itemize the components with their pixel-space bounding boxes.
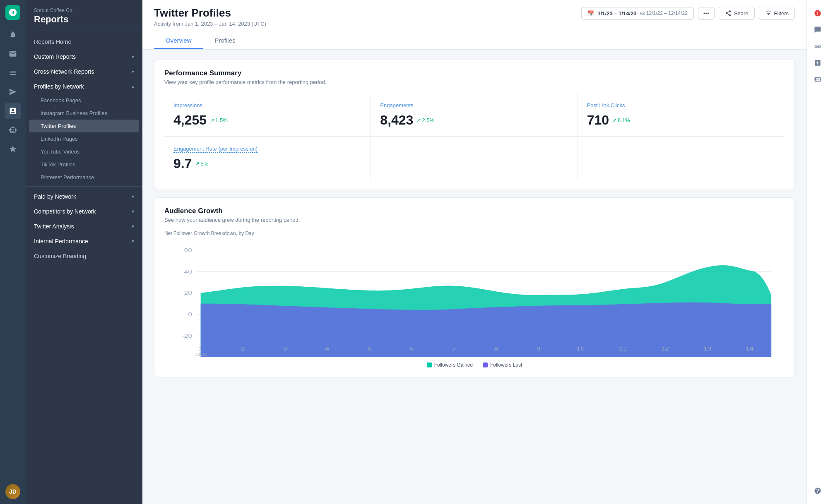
metric-engagements: Engagements 8,423 ↗ 2.5% xyxy=(371,93,578,136)
svg-text:JAN: JAN xyxy=(195,352,207,357)
app-logo xyxy=(5,5,20,20)
metric-post-link-clicks: Post Link Clicks 710 ↗ 6.1% xyxy=(578,93,785,136)
performance-summary-card: Performance Summary View your key profil… xyxy=(154,60,795,189)
svg-text:13: 13 xyxy=(703,346,711,351)
icon-rail: JD xyxy=(0,0,26,504)
post-link-clicks-label[interactable]: Post Link Clicks xyxy=(587,102,625,109)
content-area: Performance Summary View your key profil… xyxy=(142,50,806,504)
share-button[interactable]: Share xyxy=(719,7,755,20)
main-content: Twitter Profiles Activity from Jan 1, 20… xyxy=(142,0,806,504)
alert-icon[interactable] xyxy=(810,6,825,21)
sidebar-item-reports-home[interactable]: Reports Home xyxy=(26,34,142,49)
legend-followers-lost: Followers Lost xyxy=(483,362,522,368)
svg-text:14: 14 xyxy=(746,346,753,351)
competitors-label: Competitors by Network xyxy=(34,208,96,215)
svg-text:9: 9 xyxy=(537,346,541,351)
nav-icon-bell[interactable] xyxy=(5,26,21,43)
sidebar-item-cross-network[interactable]: Cross-Network Reports ▾ xyxy=(26,64,142,79)
performance-summary-subtitle: View your key profile performance metric… xyxy=(164,79,785,85)
chart-svg: 60 40 20 0 -20 1 2 3 4 5 6 7 xyxy=(164,241,785,357)
tabs: Overview Profiles xyxy=(154,33,795,49)
nav-icon-bot[interactable] xyxy=(5,122,21,138)
sidebar-item-internal-performance[interactable]: Internal Performance ▾ xyxy=(26,234,142,249)
sidebar-nav: Reports Home Custom Reports ▾ Cross-Netw… xyxy=(26,31,142,267)
svg-text:7: 7 xyxy=(452,346,456,351)
sidebar-subitem-pinterest-performance[interactable]: Pinterest Performance xyxy=(26,171,142,184)
sidebar-item-twitter-analysis[interactable]: Twitter Analysis ▾ xyxy=(26,219,142,234)
legend-followers-gained: Followers Gained xyxy=(427,362,473,368)
sidebar-subitem-youtube-videos[interactable]: YouTube Videos xyxy=(26,145,142,158)
more-icon: ••• xyxy=(703,10,709,17)
svg-text:12: 12 xyxy=(661,346,669,351)
filters-label: Filters xyxy=(774,10,789,17)
filters-button[interactable]: Filters xyxy=(759,7,795,20)
right-keyboard-icon[interactable] xyxy=(810,72,825,87)
customize-branding-label: Customize Branding xyxy=(34,253,86,259)
custom-reports-label: Custom Reports xyxy=(34,53,76,60)
main-header: Twitter Profiles Activity from Jan 1, 20… xyxy=(142,0,806,50)
engagement-rate-label[interactable]: Engagement Rate (per Impression) xyxy=(173,146,258,153)
svg-text:11: 11 xyxy=(619,346,627,351)
engagements-label[interactable]: Engagements xyxy=(380,102,413,109)
impressions-label[interactable]: Impressions xyxy=(173,102,202,109)
sidebar-subitem-facebook-pages[interactable]: Facebook Pages xyxy=(26,94,142,107)
svg-text:6: 6 xyxy=(410,346,414,351)
date-range-button[interactable]: 📅 1/1/23 – 1/14/23 vs 12/1/22 – 12/14/22 xyxy=(581,7,693,20)
sidebar-subitem-linkedin-pages[interactable]: LinkedIn Pages xyxy=(26,132,142,145)
metric-empty-2 xyxy=(578,137,785,180)
svg-text:8: 8 xyxy=(494,346,498,351)
chevron-down-icon: ▾ xyxy=(132,238,134,244)
sidebar-item-paid-by-network[interactable]: Paid by Network ▾ xyxy=(26,189,142,204)
tab-overview[interactable]: Overview xyxy=(154,33,203,49)
svg-text:1: 1 xyxy=(199,346,203,351)
sidebar-subitem-twitter-profiles[interactable]: Twitter Profiles xyxy=(29,120,139,132)
sidebar-item-competitors[interactable]: Competitors by Network ▾ xyxy=(26,204,142,219)
nav-icon-tasks[interactable] xyxy=(5,65,21,81)
right-help-icon[interactable] xyxy=(810,483,825,498)
metrics-row2: Engagement Rate (per Impression) 9.7 ↗ 5… xyxy=(164,136,785,180)
chevron-down-icon: ▾ xyxy=(132,69,134,74)
right-chat-icon[interactable] xyxy=(810,22,825,37)
paid-by-network-label: Paid by Network xyxy=(34,193,76,200)
sidebar-item-custom-reports[interactable]: Custom Reports ▾ xyxy=(26,49,142,64)
metric-engagement-rate: Engagement Rate (per Impression) 9.7 ↗ 5… xyxy=(164,137,371,180)
header-top: Twitter Profiles Activity from Jan 1, 20… xyxy=(154,7,795,27)
right-link-icon[interactable] xyxy=(810,39,825,54)
metric-empty-1 xyxy=(371,137,578,180)
arrow-up-icon: ↗ xyxy=(416,117,421,123)
engagements-change: ↗ 2.5% xyxy=(416,117,434,123)
chevron-up-icon: ▴ xyxy=(132,84,134,89)
sidebar-item-customize-branding[interactable]: Customize Branding xyxy=(26,249,142,264)
nav-icon-inbox[interactable] xyxy=(5,46,21,62)
post-link-clicks-change: ↗ 6.1% xyxy=(612,117,630,123)
post-link-clicks-value: 710 ↗ 6.1% xyxy=(587,113,775,128)
sidebar-item-profiles-by-network[interactable]: Profiles by Network ▴ xyxy=(26,79,142,94)
page-title: Twitter Profiles xyxy=(154,7,266,19)
profiles-by-network-label: Profiles by Network xyxy=(34,83,84,90)
nav-icon-reports[interactable] xyxy=(5,103,21,119)
legend-dot-lost xyxy=(483,362,488,367)
tab-profiles[interactable]: Profiles xyxy=(203,33,247,49)
more-options-button[interactable]: ••• xyxy=(698,7,715,20)
chevron-down-icon: ▾ xyxy=(132,223,134,229)
arrow-up-icon: ↗ xyxy=(195,161,200,167)
svg-text:2: 2 xyxy=(241,346,245,351)
sidebar: Sprout Coffee Co. Reports Reports Home C… xyxy=(26,0,142,504)
nav-icon-star[interactable] xyxy=(5,141,21,157)
chart-label: Net Follower Growth Breakdown, by Day xyxy=(164,230,785,236)
performance-summary-title: Performance Summary xyxy=(164,69,785,77)
arrow-up-icon: ↗ xyxy=(210,117,214,123)
impressions-change: ↗ 1.5% xyxy=(210,117,228,123)
page-heading: Twitter Profiles Activity from Jan 1, 20… xyxy=(154,7,266,27)
chart-legend: Followers Gained Followers Lost xyxy=(164,362,785,368)
internal-performance-label: Internal Performance xyxy=(34,238,88,245)
right-add-icon[interactable] xyxy=(810,55,825,70)
sidebar-subitem-instagram-business[interactable]: Instagram Business Profiles xyxy=(26,107,142,120)
nav-icon-publish[interactable] xyxy=(5,84,21,100)
arrow-up-icon: ↗ xyxy=(612,117,617,123)
legend-label-lost: Followers Lost xyxy=(490,362,522,368)
reports-home-label: Reports Home xyxy=(34,38,71,45)
sidebar-subitem-tiktok-profiles[interactable]: TikTok Profiles xyxy=(26,158,142,171)
user-avatar[interactable]: JD xyxy=(5,484,20,499)
chevron-down-icon: ▾ xyxy=(132,209,134,214)
